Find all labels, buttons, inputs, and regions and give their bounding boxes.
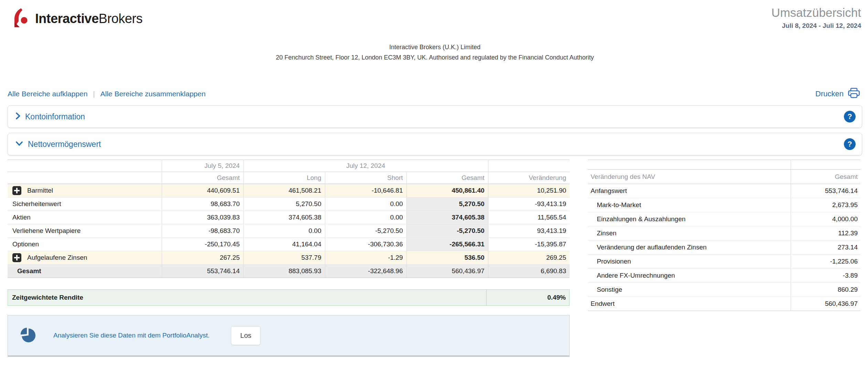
company-name: Interactive Brokers (U.K.) Limited bbox=[8, 42, 862, 52]
cell-value: 450,861.40 bbox=[406, 184, 488, 197]
print-button[interactable]: Drucken bbox=[815, 87, 860, 100]
col-header: Long bbox=[243, 172, 325, 184]
cell-value: 112.39 bbox=[791, 226, 860, 240]
time-weighted-return-bar: Zeitgewichtete Rendite 0.49% bbox=[8, 289, 570, 306]
cell-value: -3.89 bbox=[791, 269, 860, 283]
portfolio-analyst-banner: Analysieren Sie diese Daten mit dem Port… bbox=[8, 315, 570, 357]
table-row: Aufgelaufene Zinsen 267.25 537.79 -1.29 … bbox=[8, 251, 570, 265]
section-title: Nettovermögenswert bbox=[28, 140, 844, 149]
section-title: Kontoinformation bbox=[25, 112, 844, 121]
chevron-right-icon bbox=[15, 112, 20, 121]
cell-value: -15,395.87 bbox=[488, 238, 570, 251]
cell-value: 860.29 bbox=[791, 283, 860, 297]
cell-value: 560,436.97 bbox=[406, 265, 488, 278]
cell-value: -250,170.45 bbox=[162, 238, 243, 251]
cell-value: -93,413.19 bbox=[488, 197, 570, 211]
row-label: Provisionen bbox=[588, 255, 791, 269]
net-asset-value-content: July 5, 2024 July 12, 2024 Gesamt Long S… bbox=[8, 160, 862, 357]
nav-change-table: Veränderung des NAV Gesamt Anfangswert 5… bbox=[588, 160, 860, 311]
row-label: Optionen bbox=[8, 238, 162, 251]
company-info: Interactive Brokers (U.K.) Limited 20 Fe… bbox=[8, 42, 862, 63]
cell-value: 4,000.00 bbox=[791, 212, 860, 226]
cell-value: 0.00 bbox=[243, 224, 325, 238]
help-question-icon[interactable]: ? bbox=[844, 138, 856, 150]
cell-value: 269.25 bbox=[488, 251, 570, 265]
row-label: Sicherheitenwert bbox=[8, 197, 162, 211]
table-row: Sicherheitenwert 98,683.70 5,270.50 0.00… bbox=[8, 197, 570, 211]
cell-value: 537.79 bbox=[243, 251, 325, 265]
row-label: Sonstige bbox=[588, 283, 791, 297]
print-label: Drucken bbox=[815, 89, 844, 98]
cell-value: -322,648.96 bbox=[325, 265, 406, 278]
section-net-asset-value[interactable]: Nettovermögenswert ? bbox=[8, 133, 862, 156]
row-label: Veränderung der auflaufenden Zinsen bbox=[588, 240, 791, 255]
spacer-row bbox=[588, 160, 860, 170]
row-label: Gesamt bbox=[8, 265, 162, 278]
col-group-july12: July 12, 2024 bbox=[243, 160, 488, 172]
col-header: Gesamt bbox=[162, 172, 243, 184]
column-header-row: Gesamt Long Short Gesamt Veränderung bbox=[8, 172, 570, 184]
help-question-icon[interactable]: ? bbox=[844, 111, 856, 122]
brand-name: InteractiveBrokers bbox=[35, 11, 142, 26]
cell-value: 273.14 bbox=[791, 240, 860, 255]
section-account-information[interactable]: Kontoinformation ? bbox=[8, 105, 862, 128]
cell-value: -265,566.31 bbox=[406, 238, 488, 251]
table-row: Veränderung der auflaufenden Zinsen 273.… bbox=[588, 240, 860, 255]
cell-value: 560,436.97 bbox=[791, 297, 860, 311]
brand-logo: InteractiveBrokers bbox=[11, 8, 142, 30]
table-row: Mark-to-Market 2,673.95 bbox=[588, 198, 860, 212]
row-label: Barmittel bbox=[27, 187, 53, 194]
report-title-block: Umsatzübersicht Juli 8, 2024 - Juli 12, … bbox=[771, 6, 861, 30]
banner-text: Analysieren Sie diese Daten mit dem Port… bbox=[53, 332, 210, 339]
cell-value: 363,039.83 bbox=[162, 211, 243, 224]
row-label: Endwert bbox=[588, 297, 791, 311]
table-row: Anfangswert 553,746.14 bbox=[588, 184, 860, 198]
cell-value: 41,164.04 bbox=[243, 238, 325, 251]
portfolio-analyst-go-button[interactable]: Los bbox=[231, 326, 261, 345]
report-date-range: Juli 8, 2024 - Juli 12, 2024 bbox=[771, 22, 861, 30]
pie-chart-icon bbox=[20, 327, 36, 344]
cell-value: 883,085.93 bbox=[243, 265, 325, 278]
table-row: Verliehene Wertpapiere -98,683.70 0.00 -… bbox=[8, 224, 570, 238]
row-label: Einzahlungen & Auszahlungen bbox=[588, 212, 791, 226]
section-links: Alle Bereiche aufklappen|Alle Bereiche z… bbox=[8, 90, 205, 98]
collapse-all-link[interactable]: Alle Bereiche zusammenklappen bbox=[100, 90, 206, 98]
company-address: 20 Fenchurch Street, Floor 12, London EC… bbox=[8, 52, 862, 63]
cell-value: 440,609.51 bbox=[162, 184, 243, 197]
cell-value: -5,270.50 bbox=[325, 224, 406, 238]
cell-value: 2,673.95 bbox=[791, 198, 860, 212]
row-label: Aufgelaufene Zinsen bbox=[27, 254, 87, 261]
cell-value: 6,690.83 bbox=[488, 265, 570, 278]
col-header: Gesamt bbox=[791, 170, 860, 184]
plus-expand-icon[interactable] bbox=[12, 186, 21, 195]
cell-value: 553,746.14 bbox=[791, 184, 860, 198]
cell-value: 93,413.19 bbox=[488, 224, 570, 238]
cell-value: -1,225.06 bbox=[791, 255, 860, 269]
cell-value: 553,746.14 bbox=[162, 265, 243, 278]
row-label: Andere FX-Umrechnungen bbox=[588, 269, 791, 283]
net-asset-value-table: July 5, 2024 July 12, 2024 Gesamt Long S… bbox=[8, 160, 570, 278]
cell-value: 0.00 bbox=[325, 211, 406, 224]
cell-value: -5,270.50 bbox=[406, 224, 488, 238]
page-header: InteractiveBrokers Umsatzübersicht Juli … bbox=[8, 0, 862, 30]
chevron-down-icon bbox=[15, 141, 23, 147]
col-group-july5: July 5, 2024 bbox=[162, 160, 243, 172]
col-header: Gesamt bbox=[406, 172, 488, 184]
cell-value: 98,683.70 bbox=[162, 197, 243, 211]
col-header: Veränderung bbox=[488, 172, 570, 184]
table-total-row: Gesamt 553,746.14 883,085.93 -322,648.96… bbox=[8, 265, 570, 278]
twr-label: Zeitgewichtete Rendite bbox=[8, 290, 486, 306]
table-row: Einzahlungen & Auszahlungen 4,000.00 bbox=[588, 212, 860, 226]
ib-logo-icon bbox=[11, 8, 30, 30]
table-row: Sonstige 860.29 bbox=[588, 283, 860, 297]
cell-value: 0.00 bbox=[325, 197, 406, 211]
table-row: Barmittel 440,609.51 461,508.21 -10,646.… bbox=[8, 184, 570, 197]
expand-all-link[interactable]: Alle Bereiche aufklappen bbox=[8, 90, 87, 98]
cell-value: 536.50 bbox=[406, 251, 488, 265]
nav-change-title: Veränderung des NAV bbox=[588, 170, 791, 184]
table-row: Provisionen -1,225.06 bbox=[588, 255, 860, 269]
row-label: Verliehene Wertpapiere bbox=[8, 224, 162, 238]
cell-value: 461,508.21 bbox=[243, 184, 325, 197]
cell-value: 10,251.90 bbox=[488, 184, 570, 197]
plus-expand-icon[interactable] bbox=[12, 253, 21, 262]
